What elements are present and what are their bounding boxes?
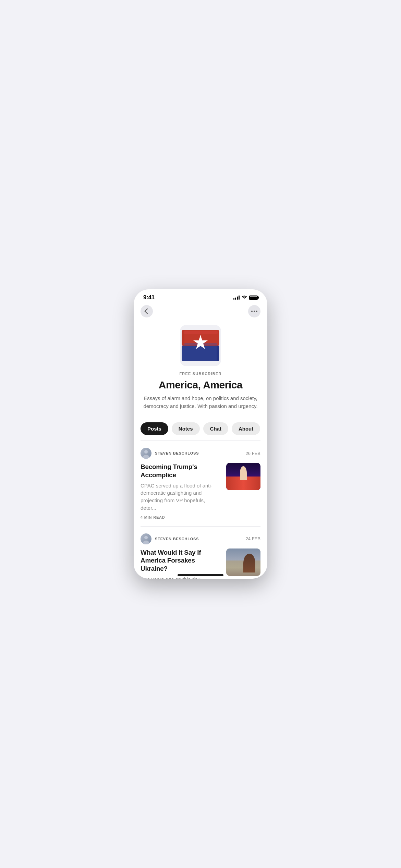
battery-icon (249, 296, 258, 300)
wifi-icon (242, 295, 247, 300)
home-indicator (178, 574, 223, 576)
status-bar: 9:41 (134, 289, 267, 302)
more-button[interactable] (248, 305, 260, 317)
svg-rect-2 (183, 331, 218, 334)
publication-logo-svg (182, 330, 219, 361)
article-title: What Would It Say If America Forsakes Uk… (141, 548, 221, 573)
article-date: 24 FEB (246, 536, 260, 541)
publication-logo (180, 325, 221, 366)
status-time: 9:41 (143, 294, 155, 301)
article-meta: STEVEN BESCHLOSS 24 FEB (141, 533, 260, 544)
back-button[interactable] (141, 305, 153, 317)
article-date: 26 FEB (246, 451, 260, 456)
author-info: STEVEN BESCHLOSS (141, 448, 199, 459)
svg-point-9 (144, 450, 148, 454)
article-read-time: 4 MIN READ (141, 515, 221, 519)
article-text: Becoming Trump's Accomplice CPAC served … (141, 463, 221, 519)
article-meta: STEVEN BESCHLOSS 26 FEB (141, 448, 260, 459)
tab-notes[interactable]: Notes (172, 422, 200, 435)
author-name: STEVEN BESCHLOSS (155, 451, 199, 455)
dot-icon (254, 311, 255, 312)
article-title: Becoming Trump's Accomplice (141, 463, 221, 479)
author-info: STEVEN BESCHLOSS (141, 533, 199, 544)
article-item[interactable]: STEVEN BESCHLOSS 24 FEB What Would It Sa… (134, 527, 267, 579)
article-thumbnail (226, 463, 260, 490)
svg-rect-1 (182, 346, 219, 361)
publication-description: Essays of alarm and hope, on politics an… (141, 395, 260, 410)
tab-posts[interactable]: Posts (141, 422, 168, 435)
article-excerpt: CPAC served up a flood of anti-democrati… (141, 482, 221, 512)
avatar (141, 533, 151, 544)
article-content: Becoming Trump's Accomplice CPAC served … (141, 463, 260, 519)
tab-about[interactable]: About (232, 422, 260, 435)
status-icons (233, 295, 258, 300)
dot-icon (251, 311, 253, 312)
author-name: STEVEN BESCHLOSS (155, 537, 199, 541)
subscriber-badge: FREE SUBSCRIBER (179, 372, 221, 376)
svg-point-13 (144, 536, 148, 539)
avatar (141, 448, 151, 459)
publication-title: America, America (159, 379, 242, 390)
signal-icon (233, 296, 240, 300)
tab-bar: Posts Notes Chat About (134, 417, 267, 441)
svg-rect-6 (217, 346, 219, 361)
svg-rect-5 (182, 330, 184, 346)
article-item[interactable]: STEVEN BESCHLOSS 26 FEB Becoming Trump's… (134, 441, 267, 526)
tab-chat[interactable]: Chat (203, 422, 228, 435)
article-excerpt: Two years ago on this day, Russian... (141, 576, 221, 579)
dot-icon (256, 311, 257, 312)
navigation-bar (134, 302, 267, 322)
article-thumbnail (226, 548, 260, 576)
publication-header: FREE SUBSCRIBER America, America Essays … (134, 322, 267, 417)
